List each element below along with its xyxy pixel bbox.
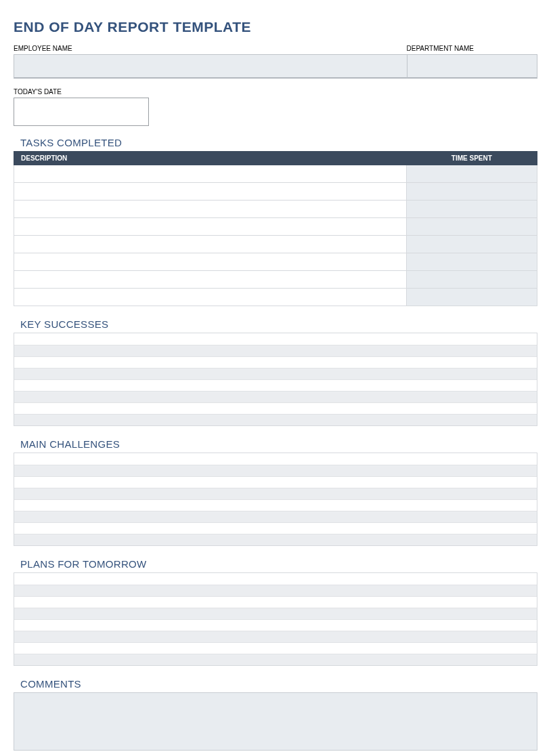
page-title: END OF DAY REPORT TEMPLATE: [14, 19, 537, 35]
table-row: [14, 253, 537, 271]
list-item[interactable]: [14, 631, 537, 642]
task-description-cell[interactable]: [14, 271, 407, 289]
comments-input[interactable]: [14, 692, 537, 751]
list-item[interactable]: [14, 654, 537, 665]
list-item[interactable]: [14, 333, 537, 345]
list-item[interactable]: [14, 356, 537, 368]
employee-name-group: EMPLOYEE NAME: [14, 45, 407, 79]
employee-name-label: EMPLOYEE NAME: [14, 45, 407, 52]
task-time-cell[interactable]: [406, 201, 537, 218]
plans-for-tomorrow-section: [14, 572, 537, 666]
tasks-header-time-spent: TIME SPENT: [406, 152, 537, 165]
list-item[interactable]: [14, 402, 537, 414]
list-item[interactable]: [14, 414, 537, 425]
list-item[interactable]: [14, 596, 537, 608]
list-item[interactable]: [14, 345, 537, 356]
list-item[interactable]: [14, 391, 537, 402]
list-item[interactable]: [14, 476, 537, 488]
table-row: [14, 271, 537, 289]
list-item[interactable]: [14, 488, 537, 499]
list-item[interactable]: [14, 642, 537, 654]
department-name-group: DEPARTMENT NAME: [407, 45, 538, 79]
list-item[interactable]: [14, 511, 537, 522]
tasks-completed-heading: TASKS COMPLETED: [20, 137, 537, 148]
task-time-cell[interactable]: [406, 289, 537, 306]
task-time-cell[interactable]: [406, 271, 537, 289]
list-item[interactable]: [14, 368, 537, 379]
task-time-cell[interactable]: [406, 183, 537, 201]
employee-name-input[interactable]: [14, 54, 407, 79]
list-item[interactable]: [14, 522, 537, 534]
list-item[interactable]: [14, 608, 537, 619]
comments-heading: COMMENTS: [20, 678, 537, 690]
table-row: [14, 183, 537, 201]
list-item[interactable]: [14, 573, 537, 585]
task-description-cell[interactable]: [14, 253, 407, 271]
table-row: [14, 165, 537, 183]
main-challenges-section: [14, 453, 537, 546]
task-description-cell[interactable]: [14, 201, 407, 218]
table-row: [14, 218, 537, 236]
task-time-cell[interactable]: [406, 253, 537, 271]
task-time-cell[interactable]: [406, 236, 537, 253]
department-name-label: DEPARTMENT NAME: [407, 45, 538, 52]
table-row: [14, 236, 537, 253]
task-description-cell[interactable]: [14, 236, 407, 253]
tasks-completed-table: DESCRIPTION TIME SPENT: [14, 151, 537, 306]
todays-date-group: TODAY'S DATE: [14, 88, 537, 126]
key-successes-heading: KEY SUCCESSES: [20, 318, 537, 330]
task-time-cell[interactable]: [406, 165, 537, 183]
department-name-input[interactable]: [407, 54, 538, 79]
key-successes-section: [14, 333, 537, 426]
main-challenges-heading: MAIN CHALLENGES: [20, 438, 537, 450]
todays-date-input[interactable]: [14, 98, 149, 126]
list-item[interactable]: [14, 453, 537, 465]
tasks-header-description: DESCRIPTION: [14, 152, 407, 165]
list-item[interactable]: [14, 499, 537, 511]
task-description-cell[interactable]: [14, 183, 407, 201]
task-description-cell[interactable]: [14, 218, 407, 236]
plans-for-tomorrow-heading: PLANS FOR TOMORROW: [20, 558, 537, 570]
task-time-cell[interactable]: [406, 218, 537, 236]
todays-date-label: TODAY'S DATE: [14, 88, 537, 96]
task-description-cell[interactable]: [14, 165, 407, 183]
list-item[interactable]: [14, 619, 537, 631]
table-row: [14, 201, 537, 218]
list-item[interactable]: [14, 465, 537, 476]
task-description-cell[interactable]: [14, 289, 407, 306]
list-item[interactable]: [14, 585, 537, 596]
top-fields-row: EMPLOYEE NAME DEPARTMENT NAME: [14, 45, 537, 79]
list-item[interactable]: [14, 534, 537, 545]
list-item[interactable]: [14, 379, 537, 391]
table-row: [14, 289, 537, 306]
